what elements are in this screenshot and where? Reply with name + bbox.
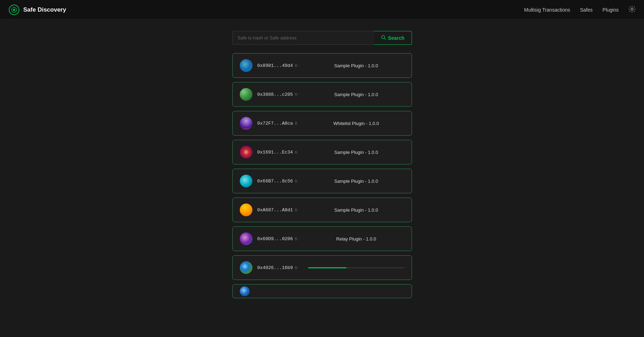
avatar xyxy=(240,59,252,72)
plugin-card[interactable]: 0x4026...16b9 ⎘ xyxy=(232,255,412,280)
plugin-card[interactable]: 0x3888...c205 ⎘ Sample Plugin - 1.0.0 xyxy=(232,82,412,107)
nav-multisig-transactions[interactable]: Multisig Transactions xyxy=(524,7,570,13)
settings-icon[interactable] xyxy=(629,6,636,14)
avatar xyxy=(240,204,252,216)
avatar xyxy=(240,232,252,245)
address-group: 0x1691...Ec34 ⎘ xyxy=(257,150,303,155)
plugin-name: Relay Plugin - 1.0.0 xyxy=(308,236,405,242)
loading-bar-track xyxy=(308,267,405,268)
copy-icon[interactable]: ⎘ xyxy=(295,63,298,68)
address-group: 0x8901...49d4 ⎘ xyxy=(257,63,303,68)
search-input[interactable] xyxy=(232,31,374,45)
plugin-name: Sample Plugin - 1.0.0 xyxy=(308,150,405,155)
copy-icon[interactable]: ⎘ xyxy=(295,179,298,183)
avatar xyxy=(240,117,252,130)
plugin-address: 0x1691...Ec34 xyxy=(257,150,293,155)
copy-icon[interactable]: ⎘ xyxy=(295,208,298,212)
plugin-address: 0x3888...c205 xyxy=(257,92,293,97)
plugin-card[interactable]: 0x8901...49d4 ⎘ Sample Plugin - 1.0.0 xyxy=(232,53,412,78)
loading-bar-container xyxy=(308,267,405,268)
svg-point-2 xyxy=(13,9,15,11)
search-button[interactable]: Search xyxy=(374,31,412,45)
plugin-address: 0x4026...16b9 xyxy=(257,265,293,270)
avatar xyxy=(240,261,252,274)
copy-icon[interactable]: ⎘ xyxy=(295,266,298,270)
plugin-card[interactable] xyxy=(232,284,412,298)
search-button-label: Search xyxy=(388,35,405,41)
avatar xyxy=(240,88,252,101)
header-nav: Multisig Transactions Safes Plugins xyxy=(524,6,636,14)
avatar xyxy=(240,146,252,158)
address-group: 0xA687...A8d1 ⎘ xyxy=(257,207,303,213)
address-group: 0x66B7...8c56 ⎘ xyxy=(257,179,303,184)
app-header: Safe Discovery Multisig Transactions Saf… xyxy=(0,0,644,20)
copy-icon[interactable]: ⎘ xyxy=(295,237,298,241)
plugin-name: Sample Plugin - 1.0.0 xyxy=(308,179,405,184)
plugin-name: Sample Plugin - 1.0.0 xyxy=(308,207,405,213)
address-group: 0x60D9...0206 ⎘ xyxy=(257,236,303,242)
address-group: 0x72F7...A8ca ⎘ xyxy=(257,121,303,126)
search-button-icon xyxy=(381,35,386,41)
search-bar: Search xyxy=(232,31,412,45)
loading-bar-fill xyxy=(308,267,347,268)
copy-icon[interactable]: ⎘ xyxy=(295,121,298,125)
plugin-name: Whitelist Plugin - 1.0.0 xyxy=(308,121,405,126)
plugin-name: Sample Plugin - 1.0.0 xyxy=(308,63,405,68)
plugin-address: 0x72F7...A8ca xyxy=(257,121,293,126)
nav-plugins[interactable]: Plugins xyxy=(602,7,619,13)
plugin-address: 0xA687...A8d1 xyxy=(257,207,293,213)
plugin-card[interactable]: 0x60D9...0206 ⎘ Relay Plugin - 1.0.0 xyxy=(232,226,412,251)
copy-icon[interactable]: ⎘ xyxy=(295,92,298,96)
address-group: 0x4026...16b9 ⎘ xyxy=(257,265,303,270)
plugin-address: 0x8901...49d4 xyxy=(257,63,293,68)
app-title: Safe Discovery xyxy=(23,6,66,13)
svg-point-3 xyxy=(631,8,633,10)
plugin-list: 0x8901...49d4 ⎘ Sample Plugin - 1.0.0 0x… xyxy=(232,53,412,298)
copy-icon[interactable]: ⎘ xyxy=(295,150,298,154)
plugin-card[interactable]: 0x1691...Ec34 ⎘ Sample Plugin - 1.0.0 xyxy=(232,140,412,164)
plugin-card[interactable]: 0xA687...A8d1 ⎘ Sample Plugin - 1.0.0 xyxy=(232,198,412,222)
app-logo-icon xyxy=(8,4,20,15)
plugin-address: 0x66B7...8c56 xyxy=(257,179,293,184)
plugin-address: 0x60D9...0206 xyxy=(257,236,293,242)
header-logo-group: Safe Discovery xyxy=(8,4,66,15)
address-group: 0x3888...c205 ⎘ xyxy=(257,92,303,97)
main-content: Search 0x8901...49d4 ⎘ Sample Plugin - 1… xyxy=(0,20,644,310)
plugin-card[interactable]: 0x72F7...A8ca ⎘ Whitelist Plugin - 1.0.0 xyxy=(232,111,412,136)
plugin-name: Sample Plugin - 1.0.0 xyxy=(308,92,405,97)
plugin-card[interactable]: 0x66B7...8c56 ⎘ Sample Plugin - 1.0.0 xyxy=(232,169,412,193)
svg-line-5 xyxy=(384,38,386,40)
nav-safes[interactable]: Safes xyxy=(580,7,593,13)
avatar xyxy=(240,286,250,296)
avatar xyxy=(240,175,252,187)
